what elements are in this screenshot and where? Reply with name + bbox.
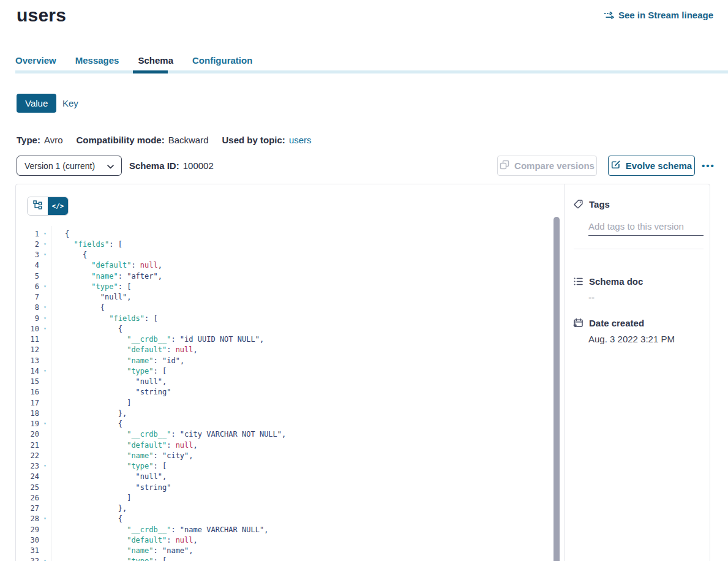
schema-meta-row: Type: Avro Compatibility mode: Backward … bbox=[17, 135, 312, 145]
line-number: 11 bbox=[16, 335, 39, 344]
code-text: { bbox=[51, 325, 122, 333]
code-text: "name": "name", bbox=[51, 546, 193, 555]
code-text: ] bbox=[51, 399, 131, 407]
code-line: 17 ] bbox=[16, 397, 549, 408]
code-text: { bbox=[51, 303, 105, 312]
code-line: 18 }, bbox=[16, 408, 549, 418]
type-value: Avro bbox=[44, 135, 63, 145]
fold-toggle-icon[interactable]: ▾ bbox=[39, 232, 51, 236]
line-number: 22 bbox=[16, 451, 39, 460]
code-text: ] bbox=[51, 494, 131, 502]
line-number: 30 bbox=[16, 536, 39, 544]
tag-icon bbox=[573, 199, 584, 209]
line-number: 2 bbox=[16, 240, 39, 249]
code-view-button[interactable]: </> bbox=[48, 197, 68, 215]
line-number: 17 bbox=[16, 399, 39, 407]
code-line: 29 "__crdb__": "name VARCHAR NULL", bbox=[16, 524, 549, 535]
code-text: { bbox=[51, 250, 87, 259]
line-number: 26 bbox=[16, 494, 39, 502]
calendar-plus-icon bbox=[573, 318, 584, 328]
stream-lineage-icon bbox=[604, 10, 614, 20]
compare-versions-button[interactable]: Compare versions bbox=[497, 156, 597, 176]
fold-toggle-icon[interactable]: ▾ bbox=[39, 464, 51, 469]
tree-view-button[interactable] bbox=[28, 197, 48, 215]
fold-toggle-icon[interactable]: ▾ bbox=[39, 305, 51, 310]
code-editor[interactable]: 1▾{2▾ "fields": [3▾ {4 "default": null,5… bbox=[16, 228, 549, 561]
code-line: 1▾{ bbox=[16, 228, 549, 239]
code-line: 4 "default": null, bbox=[16, 260, 549, 271]
chevron-down-icon bbox=[107, 161, 114, 171]
code-line: 10▾ { bbox=[16, 323, 549, 334]
line-number: 6 bbox=[16, 282, 39, 291]
date-created-value: Aug. 3 2022 3:21 PM bbox=[588, 334, 675, 344]
schema-id-label: Schema ID: bbox=[129, 160, 179, 171]
line-number: 5 bbox=[16, 272, 39, 280]
code-text: "null", bbox=[51, 293, 131, 301]
evolve-schema-button[interactable]: Evolve schema bbox=[608, 156, 695, 176]
code-text: "__crdb__": "id UUID NOT NULL", bbox=[51, 335, 264, 344]
more-actions-button[interactable]: ••• bbox=[702, 156, 715, 176]
date-created-header: Date created bbox=[573, 318, 644, 328]
line-number: 14 bbox=[16, 367, 39, 375]
line-number: 8 bbox=[16, 303, 39, 312]
line-number: 21 bbox=[16, 441, 39, 450]
code-line: 11 "__crdb__": "id UUID NOT NULL", bbox=[16, 334, 549, 345]
fold-toggle-icon[interactable]: ▾ bbox=[39, 316, 51, 321]
add-tags-input[interactable] bbox=[588, 221, 704, 236]
tags-title: Tags bbox=[589, 199, 610, 209]
version-select[interactable]: Version 1 (current) bbox=[17, 156, 122, 176]
code-text: "name": "city", bbox=[51, 451, 193, 460]
stream-lineage-link[interactable]: See in Stream lineage bbox=[604, 10, 713, 20]
line-number: 31 bbox=[16, 546, 39, 555]
used-by-topic-link[interactable]: users bbox=[289, 135, 312, 145]
fold-toggle-icon[interactable]: ▾ bbox=[39, 369, 51, 374]
code-line: 27 }, bbox=[16, 503, 549, 514]
line-number: 13 bbox=[16, 356, 39, 365]
schema-doc-title: Schema doc bbox=[589, 276, 643, 287]
fold-toggle-icon[interactable]: ▾ bbox=[39, 421, 51, 426]
line-number: 10 bbox=[16, 325, 39, 333]
code-text: { bbox=[51, 420, 122, 428]
code-line: 16 "string" bbox=[16, 387, 549, 397]
compatibility-label: Compatibility mode: bbox=[76, 135, 164, 145]
code-text: }, bbox=[51, 504, 127, 513]
fold-toggle-icon[interactable]: ▾ bbox=[39, 326, 51, 331]
edit-schema-icon bbox=[611, 160, 621, 171]
line-number: 1 bbox=[16, 230, 39, 238]
code-line: 3▾ { bbox=[16, 250, 549, 260]
line-number: 29 bbox=[16, 525, 39, 534]
code-line: 22 "name": "city", bbox=[16, 450, 549, 461]
code-line: 5 "name": "after", bbox=[16, 271, 549, 281]
code-text: "name": "after", bbox=[51, 272, 162, 280]
code-line: 15 "null", bbox=[16, 377, 549, 387]
code-line: 7 "null", bbox=[16, 292, 549, 303]
code-text: "default": null, bbox=[51, 536, 198, 544]
code-line: 31 "name": "name", bbox=[16, 546, 549, 556]
code-text: "null", bbox=[51, 472, 167, 481]
code-line: 8▾ { bbox=[16, 303, 549, 313]
code-line: 19▾ { bbox=[16, 419, 549, 429]
code-line: 32▾ "type": [ bbox=[16, 556, 549, 561]
code-line: 30 "default": null, bbox=[16, 535, 549, 545]
fold-toggle-icon[interactable]: ▾ bbox=[39, 559, 51, 561]
key-toggle-button[interactable]: Key bbox=[62, 98, 78, 108]
fold-toggle-icon[interactable]: ▾ bbox=[39, 284, 51, 289]
line-number: 12 bbox=[16, 345, 39, 354]
compatibility-value: Backward bbox=[168, 135, 209, 145]
fold-toggle-icon[interactable]: ▾ bbox=[39, 252, 51, 257]
code-text: "type": [ bbox=[51, 557, 167, 561]
type-label: Type: bbox=[17, 135, 40, 145]
code-text: { bbox=[51, 230, 69, 238]
value-toggle-button[interactable]: Value bbox=[17, 94, 56, 113]
code-line: 24 "null", bbox=[16, 472, 549, 482]
editor-scrollbar[interactable] bbox=[554, 217, 560, 561]
page-title: users bbox=[17, 5, 66, 26]
code-text: "__crdb__": "name VARCHAR NULL", bbox=[51, 525, 268, 534]
fold-toggle-icon[interactable]: ▾ bbox=[39, 242, 51, 247]
code-text: "string" bbox=[51, 388, 171, 396]
tab-rail bbox=[15, 70, 728, 73]
schema-page: users See in Stream lineage Overview Mes… bbox=[0, 0, 728, 561]
line-number: 15 bbox=[16, 377, 39, 386]
code-line: 28▾ { bbox=[16, 514, 549, 524]
fold-toggle-icon[interactable]: ▾ bbox=[39, 516, 51, 521]
